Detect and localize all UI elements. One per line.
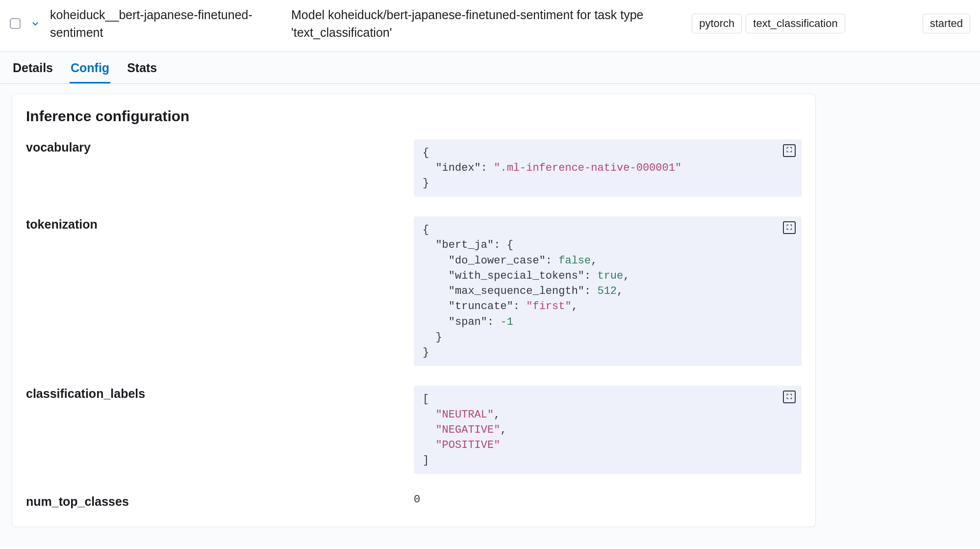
tokenization-codeblock: { "bert_ja": { "do_lower_case": false, "… [414,216,802,366]
tag-pytorch[interactable]: pytorch [692,14,742,33]
classification-labels-codeblock: [ "NEUTRAL", "NEGATIVE", "POSITIVE" ] [414,386,802,474]
tabs: Details Config Stats [0,52,980,84]
fullscreen-icon [786,146,793,155]
row-vocabulary: vocabulary { "index": ".ml-inference-nat… [26,139,802,197]
select-checkbox[interactable] [10,18,21,29]
num-top-classes-value: 0 [414,494,420,506]
expand-button[interactable] [783,221,796,234]
chevron-down-icon [31,19,40,28]
row-classification-labels: classification_labels [ "NEUTRAL", "NEGA… [26,386,802,474]
row-num-top-classes: num_top_classes 0 [26,494,802,509]
row-tokenization: tokenization { "bert_ja": { "do_lower_ca… [26,216,802,366]
expand-button[interactable] [783,391,796,403]
row-label: num_top_classes [26,494,414,509]
expand-button[interactable] [783,144,796,157]
tags-container: pytorch text_classification started [692,14,970,33]
model-id: koheiduck__bert-japanese-finetuned-senti… [50,6,285,42]
row-label: tokenization [26,216,414,232]
inference-config-panel: Inference configuration vocabulary { "in… [12,94,816,527]
status-badge: started [923,14,970,33]
panel-title: Inference configuration [26,108,802,125]
expand-toggle[interactable] [26,19,44,28]
fullscreen-icon [786,224,793,232]
tab-config[interactable]: Config [70,52,110,83]
row-label: classification_labels [26,386,414,401]
tab-details[interactable]: Details [12,52,54,83]
fullscreen-icon [786,393,793,401]
model-header-row: koheiduck__bert-japanese-finetuned-senti… [0,0,980,52]
content-area: Inference configuration vocabulary { "in… [0,84,980,547]
tag-text-classification[interactable]: text_classification [746,14,845,33]
model-description: Model koheiduck/bert-japanese-finetuned-… [291,6,686,42]
tab-stats[interactable]: Stats [126,52,158,83]
vocabulary-codeblock: { "index": ".ml-inference-native-000001"… [414,139,802,197]
row-label: vocabulary [26,139,414,155]
